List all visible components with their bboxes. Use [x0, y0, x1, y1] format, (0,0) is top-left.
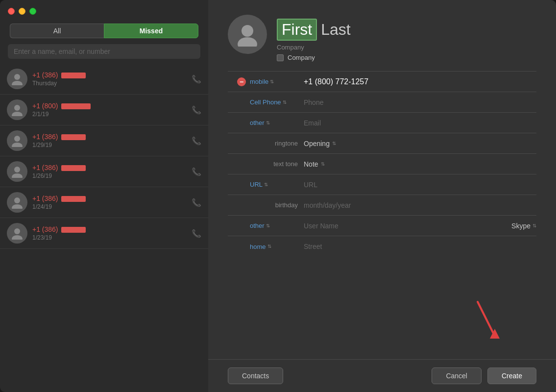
company-label: Company — [277, 44, 536, 51]
social-type-label: other — [250, 222, 265, 229]
call-date: 2/1/19 — [32, 111, 187, 118]
mobile-type-label: mobile — [250, 78, 268, 85]
email-type-selector[interactable]: other ⇅ — [250, 119, 304, 126]
call-date: Thursday — [32, 80, 187, 87]
email-value[interactable]: Email — [304, 119, 536, 127]
svg-point-4 — [14, 136, 20, 142]
svg-point-10 — [14, 228, 20, 234]
remove-mobile-button[interactable]: − — [237, 77, 246, 86]
cell-phone-type-label: Cell Phone — [250, 98, 281, 106]
call-list-item[interactable]: +1 (386) 1/26/19 📞 — [0, 156, 208, 187]
call-info: +1 (386) Thursday — [32, 71, 187, 87]
address-street-value[interactable]: Street — [304, 243, 536, 250]
close-button[interactable] — [8, 8, 15, 15]
call-phone-icon: 📞 — [192, 167, 201, 176]
mobile-type-selector[interactable]: mobile ⇅ — [250, 78, 304, 85]
minimize-button[interactable] — [19, 8, 25, 15]
call-avatar — [7, 192, 27, 213]
address-type-chevron: ⇅ — [267, 244, 271, 249]
text-tone-value-container: Note ⇅ — [304, 160, 325, 168]
ringtone-field-left: ringtone — [228, 140, 304, 147]
call-info: +1 (386) 1/24/19 — [32, 195, 187, 210]
all-filter-button[interactable]: All — [10, 24, 104, 38]
search-input[interactable] — [8, 44, 200, 59]
svg-point-8 — [14, 197, 20, 203]
call-phone-icon: 📞 — [192, 198, 201, 207]
maximize-button[interactable] — [29, 8, 36, 15]
call-info: +1 (386) 1/26/19 — [32, 164, 187, 179]
call-list-item[interactable]: +1 (800) 2/1/19 📞 — [0, 95, 208, 125]
social-username-value[interactable]: User Name — [304, 222, 508, 230]
contacts-button[interactable]: Contacts — [228, 368, 283, 384]
svg-point-6 — [14, 167, 20, 172]
new-contact-panel: First Last Company Company − mobile ⇅ +1… — [208, 0, 556, 392]
ringtone-chevron: ⇅ — [332, 141, 336, 146]
svg-point-3 — [12, 112, 23, 116]
footer-buttons: Contacts Cancel Create — [208, 359, 556, 392]
call-date: 1/26/19 — [32, 172, 187, 179]
call-info: +1 (386) 1/29/19 — [32, 133, 187, 148]
call-date: 1/29/19 — [32, 142, 187, 148]
ringtone-value[interactable]: Opening — [304, 140, 330, 147]
call-avatar — [7, 223, 27, 244]
call-avatar — [7, 161, 27, 182]
mobile-field-row: − mobile ⇅ +1 (800) 772-1257 — [228, 72, 536, 92]
address-type-selector[interactable]: home ⇅ — [250, 243, 304, 250]
call-avatar — [7, 130, 27, 151]
company-checkbox[interactable] — [277, 54, 284, 61]
birthday-field-left: birthday — [228, 201, 304, 209]
missed-filter-button[interactable]: Missed — [104, 24, 198, 38]
contact-form: − mobile ⇅ +1 (800) 772-1257 Cell Phone … — [208, 72, 556, 257]
mobile-type-chevron: ⇅ — [270, 79, 274, 84]
social-type-selector[interactable]: other ⇅ — [250, 222, 304, 229]
call-list-item[interactable]: +1 (386) 1/24/19 📞 — [0, 187, 208, 218]
mobile-field-left: − mobile ⇅ — [228, 77, 304, 86]
url-field-left: URL ⇅ — [228, 181, 304, 188]
call-list-item[interactable]: +1 (386) 1/23/19 📞 — [0, 218, 208, 249]
call-phone-icon: 📞 — [192, 229, 201, 238]
call-list-item[interactable]: +1 (386) 1/29/19 📞 — [0, 125, 208, 156]
svg-point-12 — [242, 25, 253, 37]
text-tone-chevron: ⇅ — [321, 162, 325, 167]
call-phone-icon: 📞 — [192, 74, 201, 84]
call-info: +1 (800) 2/1/19 — [32, 102, 187, 118]
ringtone-value-container: Opening ⇅ — [304, 140, 336, 147]
skype-label: Skype — [511, 222, 531, 230]
url-value[interactable]: URL — [304, 181, 536, 189]
address-field-left: home ⇅ — [228, 243, 304, 250]
call-number: +1 (386) — [32, 133, 187, 141]
svg-point-1 — [12, 81, 23, 85]
skype-chevron: ⇅ — [532, 223, 536, 228]
text-tone-field-row: text tone Note ⇅ — [228, 154, 536, 174]
first-name-field[interactable]: First — [277, 19, 317, 41]
mobile-value[interactable]: +1 (800) 772-1257 — [304, 77, 536, 86]
ringtone-label: ringtone — [245, 140, 304, 147]
cell-phone-type-selector[interactable]: Cell Phone ⇅ — [250, 98, 304, 106]
call-list-item[interactable]: +1 (386) Thursday 📞 — [0, 64, 208, 95]
skype-selector[interactable]: Skype ⇅ — [511, 222, 536, 230]
create-button[interactable]: Create — [487, 368, 536, 384]
svg-point-2 — [14, 105, 20, 111]
call-number: +1 (386) — [32, 195, 187, 202]
cell-phone-field-row: Cell Phone ⇅ Phone — [228, 92, 536, 113]
person-icon — [11, 165, 24, 178]
email-field-row: other ⇅ Email — [228, 113, 536, 133]
text-tone-label: text tone — [245, 160, 304, 168]
phone-app-panel: All Missed +1 (386) Thursday 📞 — [0, 0, 208, 392]
call-number: +1 (386) — [32, 71, 187, 79]
url-type-chevron: ⇅ — [264, 182, 268, 187]
text-tone-value[interactable]: Note — [304, 160, 318, 168]
contact-name-row: First Last — [277, 19, 536, 41]
call-list: +1 (386) Thursday 📞 +1 (800) 2/1/19 — [0, 64, 208, 249]
cancel-button[interactable]: Cancel — [432, 368, 482, 384]
call-date: 1/24/19 — [32, 203, 187, 210]
cell-phone-value[interactable]: Phone — [304, 98, 536, 106]
traffic-lights — [0, 0, 208, 20]
last-name-field[interactable]: Last — [321, 21, 350, 39]
url-type-selector[interactable]: URL ⇅ — [250, 181, 304, 188]
call-number: +1 (800) — [32, 102, 187, 110]
birthday-value[interactable]: month/day/year — [304, 201, 536, 209]
social-field-row: other ⇅ User Name Skype ⇅ — [228, 216, 536, 236]
company-checkbox-row: Company — [277, 54, 536, 61]
person-icon — [11, 196, 24, 209]
